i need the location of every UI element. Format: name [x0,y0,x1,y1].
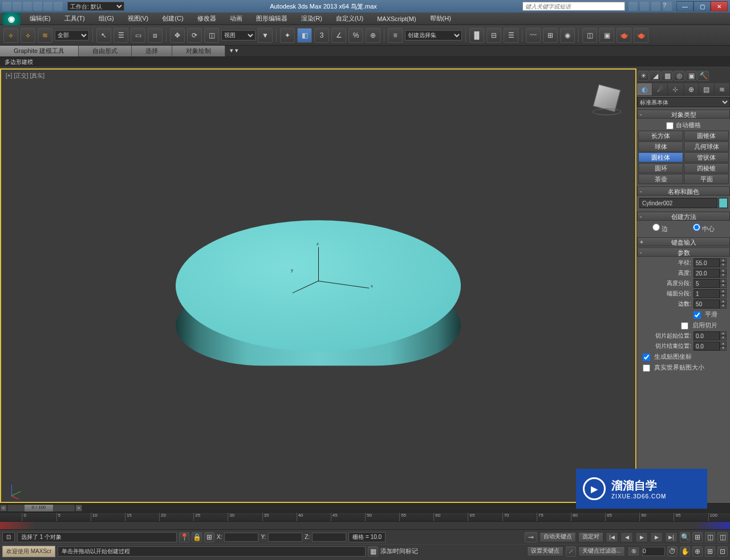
primitive-torus[interactable]: 圆环 [638,163,683,173]
slice-from-spinner[interactable]: ▲▼ [694,331,727,340]
coord-system[interactable]: 视图 [221,30,256,40]
render-frame-icon[interactable]: ▣ [599,28,614,43]
height-spinner[interactable]: ▲▼ [694,269,727,278]
slice-to-spinner[interactable]: ▲▼ [694,342,727,351]
goto-start-icon[interactable]: |◀ [606,532,618,542]
modify-tab-icon[interactable]: ☄ [652,83,668,95]
percent-snap-icon[interactable]: % [348,28,363,43]
menu-modifiers[interactable]: 修改器 [190,14,223,23]
creation-center-radio[interactable]: 中心 [693,224,715,233]
scale-icon[interactable]: ◫ [204,28,219,43]
material-editor-icon[interactable]: ◉ [560,28,575,43]
mirror-icon[interactable]: ▐▌ [469,28,484,43]
slider-left-icon[interactable]: < [0,505,7,512]
goto-end-icon[interactable]: ▶| [665,532,678,542]
object-name-input[interactable] [639,198,717,208]
manipulate-icon[interactable]: ✦ [280,28,295,43]
time-slider-thumb[interactable]: 0 / 100 [25,505,53,512]
maxscript-listener-tab[interactable]: 欢迎使用 MAXScr [2,546,55,557]
zoom-icon[interactable]: 🔍 [680,532,690,542]
time-tag-icon[interactable]: ▦ [368,546,378,557]
cap-seg-spinner[interactable]: ▲▼ [694,289,727,298]
snap-toggle-icon[interactable]: ◧ [297,28,312,43]
isolate-icon[interactable]: ⊞ [204,532,214,542]
object-color-swatch[interactable] [719,198,728,208]
primitive-plane[interactable]: 平面 [684,174,729,184]
fov-icon[interactable]: ◫ [717,532,728,542]
ribbon-collapse-icon[interactable]: ▾ ▾ [225,46,243,56]
named-selection-set[interactable]: 创建选择集 [405,30,462,40]
select-rect-icon[interactable]: ▭ [131,28,145,43]
schematic-icon[interactable]: ⊞ [543,28,558,43]
creation-edge-radio[interactable]: 边 [652,224,668,233]
favorite-icon[interactable] [651,2,660,11]
snap-3-icon[interactable]: 3 [314,28,329,43]
lock-selection-icon[interactable]: 📍 [179,532,189,542]
vp-hammer-icon[interactable]: 🔨 [697,71,709,81]
vp-safe-icon[interactable]: ▣ [686,71,697,81]
menu-create[interactable]: 创建(C) [155,14,190,23]
align-icon[interactable]: ⊟ [486,28,501,43]
lock-toggle-icon[interactable]: ⊡ [2,532,15,542]
gen-uv-checkbox[interactable]: 生成贴图坐标 [643,353,692,360]
utilities-tab-icon[interactable]: ≋ [715,83,730,95]
slice-on-checkbox[interactable]: 启用切片 [681,322,717,328]
radius-spinner[interactable]: ▲▼ [694,258,727,267]
help-icon[interactable]: ? [663,2,672,11]
menu-help[interactable]: 帮助(H) [423,14,458,23]
time-config-icon[interactable]: ⏱ [667,546,678,557]
new-icon[interactable] [2,2,11,11]
layers-icon[interactable]: ☰ [504,28,518,43]
menu-graph-editors[interactable]: 图形编辑器 [249,14,294,23]
save-icon[interactable] [23,2,32,11]
viewcube[interactable] [590,81,624,115]
menu-group[interactable]: 组(G) [92,14,121,23]
app-menu-icon[interactable]: ◉ [2,13,21,25]
primitive-sphere[interactable]: 球体 [638,141,683,152]
spinner-snap-icon[interactable]: ⊕ [366,28,380,43]
bind-icon[interactable]: ≋ [38,28,52,43]
hierarchy-tab-icon[interactable]: ⊹ [668,83,683,95]
vp-edge-icon[interactable]: ▦ [662,71,673,81]
key-mode-toggle-icon[interactable]: ⦿ [627,546,640,557]
lock-icon[interactable]: 🔒 [192,532,202,542]
menu-edit[interactable]: 编辑(E) [23,14,58,23]
menu-views[interactable]: 视图(V) [121,14,156,23]
viewport-label[interactable]: [+] [正交] [真实] [6,72,44,80]
time-ruler[interactable]: 0510152025303540455055606570758085909510… [0,512,730,521]
primitive-tube[interactable]: 管状体 [684,152,729,163]
play-icon[interactable]: ▶ [635,532,648,542]
vp-shade-icon[interactable]: ◢ [650,71,661,81]
rollout-header-object-type[interactable]: -对象类型 [637,109,730,119]
menu-maxscript[interactable]: MAXScript(M) [370,15,423,22]
primitive-teapot[interactable]: 茶壶 [638,174,683,184]
add-time-tag-label[interactable]: 添加时间标记 [380,547,418,555]
rotate-icon[interactable]: ⟳ [187,28,202,43]
pivot-icon[interactable]: ▼ [258,28,273,43]
curve-editor-icon[interactable]: 〰 [526,28,541,43]
auto-key-button[interactable]: 自动关键点 [540,532,576,542]
rollout-header-params[interactable]: -参数 [637,247,730,257]
cylinder-object[interactable]: z x y [176,220,461,366]
create-tab-icon[interactable]: ◐ [637,83,652,95]
edit-named-icon[interactable]: ≡ [388,28,403,43]
track-bar[interactable] [0,521,730,529]
primitive-cylinder[interactable]: 圆柱体 [638,152,683,163]
ribbon-tab-paint[interactable]: 对象绘制 [172,46,225,56]
link-icon[interactable]: ⟡ [3,28,18,43]
orbit-icon[interactable]: ⊕ [692,546,703,557]
zoom-extents-icon[interactable]: ◫ [705,532,715,542]
display-tab-icon[interactable]: ▤ [699,83,715,95]
next-frame-icon[interactable]: ▶ [650,532,663,542]
selected-set-button[interactable]: 选定对 [578,532,603,542]
primitive-geosphere[interactable]: 几何球体 [684,141,729,152]
ribbon-tab-selection[interactable]: 选择 [132,46,172,56]
key-filter-icon[interactable]: ⟋ [566,546,576,557]
x-coord-input[interactable] [224,533,258,542]
menu-customize[interactable]: 自定义(U) [329,14,370,23]
search-icon[interactable] [628,2,638,11]
ribbon-subpanel[interactable]: 多边形建模 [0,57,730,67]
ribbon-tab-freeform[interactable]: 自由形式 [79,46,132,56]
auto-grid-checkbox[interactable]: 自动栅格 [666,121,700,128]
z-coord-input[interactable] [312,533,346,542]
